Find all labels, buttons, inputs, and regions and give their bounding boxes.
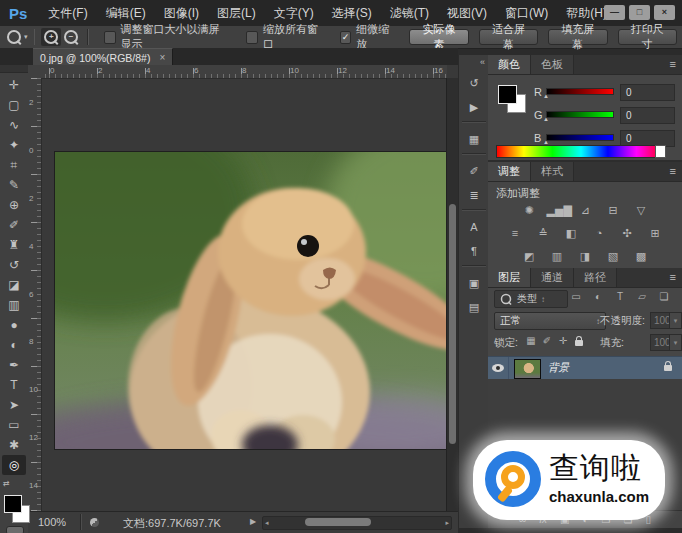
color-balance-icon[interactable]: ≙: [533, 225, 554, 241]
red-slider[interactable]: [546, 88, 614, 95]
panel-menu-icon[interactable]: ≡: [664, 162, 682, 181]
quick-mask-button[interactable]: [6, 526, 24, 533]
spot-healing-brush-tool[interactable]: ⊕: [2, 195, 26, 215]
maximize-button[interactable]: □: [629, 5, 650, 20]
lock-position-button[interactable]: ✛: [556, 335, 570, 346]
channel-mixer-icon[interactable]: ✣: [617, 225, 638, 241]
scroll-right-icon[interactable]: ▸: [445, 519, 449, 527]
history-panel-button[interactable]: ↺: [462, 73, 486, 93]
crop-tool[interactable]: ⌗: [2, 155, 26, 175]
layer-thumbnail[interactable]: [514, 359, 541, 379]
tab-paths[interactable]: 路径: [574, 268, 617, 287]
move-tool[interactable]: ✛: [2, 75, 26, 95]
actual-pixels-button[interactable]: 实际像素: [409, 29, 468, 45]
lock-transparency-button[interactable]: ▦: [524, 335, 538, 346]
opacity-dropdown-icon[interactable]: ▾: [669, 312, 682, 329]
color-lookup-icon[interactable]: ⊞: [645, 225, 666, 241]
fill-dropdown-icon[interactable]: ▾: [669, 334, 682, 351]
zoom-tool[interactable]: ◎: [2, 455, 26, 475]
pen-tool[interactable]: ✒: [2, 355, 26, 375]
horizontal-ruler[interactable]: 0 2 4 6 8 10 12 14 16: [41, 65, 447, 79]
checkbox-icon[interactable]: [104, 31, 116, 44]
posterize-icon[interactable]: ▥: [547, 248, 568, 264]
fit-screen-button[interactable]: 适合屏幕: [479, 29, 538, 45]
tab-color[interactable]: 颜色: [488, 55, 531, 74]
horizontal-scrollbar-thumb[interactable]: [305, 518, 371, 526]
hue-saturation-icon[interactable]: ≡: [505, 225, 526, 241]
green-value-field[interactable]: 0: [620, 107, 675, 124]
slider-pointer-icon[interactable]: ▲: [543, 116, 549, 122]
panel-menu-icon[interactable]: ≡: [664, 55, 682, 74]
filter-image-button[interactable]: ▭: [568, 291, 584, 302]
paragraph-panel-button[interactable]: ¶: [462, 241, 486, 261]
tab-layers[interactable]: 图层: [488, 268, 531, 287]
vertical-scrollbar[interactable]: [446, 78, 458, 512]
document-image[interactable]: [55, 152, 447, 449]
zoom-in-button[interactable]: +: [41, 28, 61, 46]
minimize-button[interactable]: —: [604, 5, 625, 20]
print-size-button[interactable]: 打印尺寸: [618, 29, 677, 45]
eraser-tool[interactable]: ◪: [2, 275, 26, 295]
panel-menu-icon[interactable]: ≡: [664, 268, 682, 287]
vertical-ruler[interactable]: 2 0 2 4 6 8 10 12 14: [28, 78, 42, 512]
tool-preset-picker[interactable]: ▾: [7, 30, 28, 44]
swap-colors-icon[interactable]: ⇄: [3, 479, 12, 488]
red-value-field[interactable]: 0: [620, 84, 675, 101]
hand-tool[interactable]: ✱: [2, 435, 26, 455]
brush-presets-panel-button[interactable]: ≣: [462, 185, 486, 205]
filter-type-button[interactable]: T: [612, 291, 628, 302]
lock-pixels-button[interactable]: ✐: [540, 335, 554, 346]
black-white-icon[interactable]: ◧: [561, 225, 582, 241]
lock-all-button[interactable]: [572, 337, 586, 348]
close-button[interactable]: ×: [654, 5, 675, 20]
vertical-scrollbar-thumb[interactable]: [449, 204, 456, 444]
vibrance-icon[interactable]: ▽: [631, 202, 652, 218]
levels-icon[interactable]: ▂▅▇: [547, 202, 568, 218]
layer-row-background[interactable]: 背景: [488, 356, 682, 380]
selective-color-icon[interactable]: ▧: [603, 248, 624, 264]
white-swatch[interactable]: [655, 145, 666, 158]
horizontal-type-tool[interactable]: T: [2, 375, 26, 395]
photo-filter-icon[interactable]: ◔: [589, 225, 610, 241]
eyedropper-tool[interactable]: ✎: [2, 175, 26, 195]
menu-file[interactable]: 文件(F): [39, 0, 96, 26]
color-spectrum-ramp[interactable]: [496, 145, 666, 158]
dodge-tool[interactable]: ◐: [2, 335, 26, 355]
layer-name[interactable]: 背景: [548, 361, 569, 375]
expand-panels-icon[interactable]: «: [480, 57, 485, 67]
notes-panel-button[interactable]: ▤: [462, 297, 486, 317]
status-expand-icon[interactable]: ▶: [250, 517, 256, 526]
ruler-corner[interactable]: [28, 65, 42, 79]
filter-shape-button[interactable]: ▱: [634, 291, 650, 302]
scroll-left-icon[interactable]: ◂: [265, 519, 269, 527]
magic-wand-tool[interactable]: ✦: [2, 135, 26, 155]
blend-mode-select[interactable]: 正常 ↕: [494, 312, 606, 330]
rectangular-marquee-tool[interactable]: ▢: [2, 95, 26, 115]
tab-close-icon[interactable]: ×: [159, 52, 165, 63]
brush-panel-button[interactable]: ✐: [462, 161, 486, 181]
foreground-color-swatch[interactable]: [4, 495, 22, 513]
fill-screen-button[interactable]: 填充屏幕: [548, 29, 607, 45]
gradient-tool[interactable]: ▥: [2, 295, 26, 315]
zoom-out-button[interactable]: −: [61, 28, 81, 46]
zoom-level-field[interactable]: 100%: [38, 516, 66, 528]
path-selection-tool[interactable]: ➤: [2, 395, 26, 415]
gradient-map-icon[interactable]: ▩: [631, 248, 652, 264]
checkbox-icon[interactable]: [246, 31, 258, 44]
tab-styles[interactable]: 样式: [531, 162, 574, 181]
history-brush-tool[interactable]: ↺: [2, 255, 26, 275]
brush-tool[interactable]: ✐: [2, 215, 26, 235]
tab-adjustments[interactable]: 调整: [488, 162, 531, 181]
curves-icon[interactable]: ⊿: [575, 202, 596, 218]
checkbox-checked-icon[interactable]: ✓: [340, 31, 352, 44]
threshold-icon[interactable]: ◨: [575, 248, 596, 264]
invert-icon[interactable]: ◩: [519, 248, 540, 264]
clone-source-panel-button[interactable]: ▣: [462, 273, 486, 293]
horizontal-scrollbar[interactable]: ◂ ▸: [262, 516, 452, 530]
tab-swatches[interactable]: 色板: [531, 55, 574, 74]
lasso-tool[interactable]: ∿: [2, 115, 26, 135]
slider-pointer-icon[interactable]: ▲: [543, 93, 549, 99]
character-panel-button[interactable]: A: [462, 217, 486, 237]
layer-visibility-toggle[interactable]: [488, 357, 509, 379]
rectangle-tool[interactable]: ▭: [2, 415, 26, 435]
